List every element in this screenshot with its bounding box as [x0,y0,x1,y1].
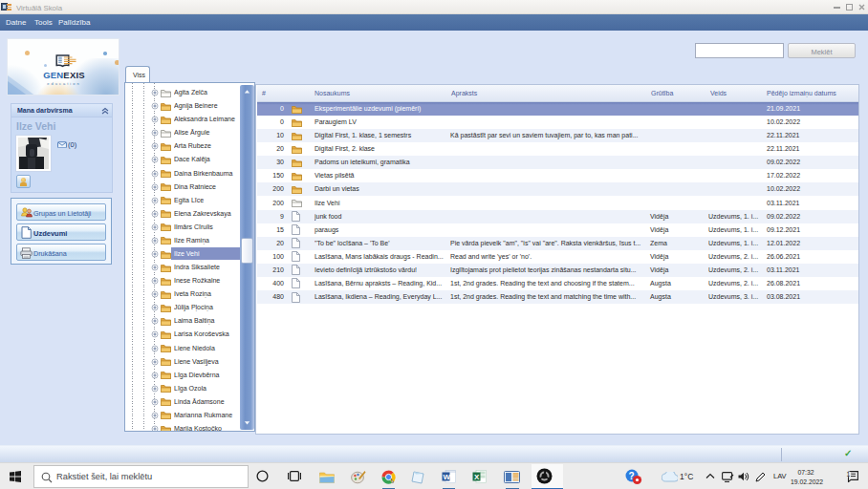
svg-text:X: X [474,473,480,481]
svg-text:W: W [444,473,451,481]
svg-text:1: 1 [847,471,851,478]
